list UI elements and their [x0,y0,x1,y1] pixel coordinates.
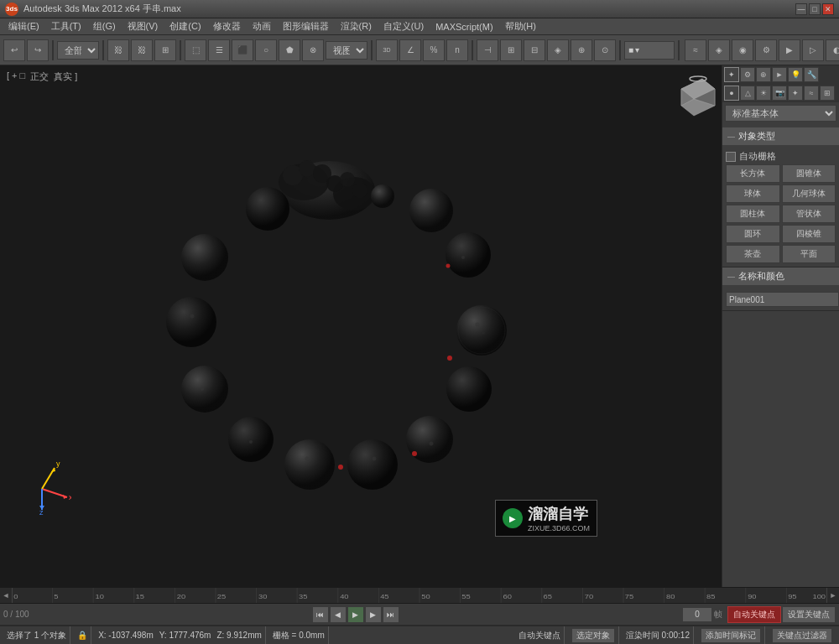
render-viewport-button[interactable]: ▷ [802,39,824,61]
panel-subtab-geometry[interactable]: ● [724,86,739,101]
play-button[interactable]: ▶ [347,606,364,623]
menu-help[interactable]: 帮助(H) [500,18,541,34]
name-color-section: 名称和颜色 [722,267,839,311]
panel-tab-utilities[interactable]: 🔧 [804,67,819,82]
timeline-track[interactable]: 0 5 10 15 20 25 30 35 40 45 50 55 60 [12,588,827,603]
sep4 [371,40,373,60]
select-region-circle[interactable]: ○ [255,39,277,61]
render-setup-button[interactable]: ⚙ [755,39,777,61]
svg-point-46 [305,457,310,461]
align-button[interactable]: ⊞ [500,39,522,61]
panel-subtab-helpers[interactable]: ✦ [788,86,803,101]
prev-frame-button[interactable]: ◀ [330,606,347,623]
add-key-button[interactable]: 添加时间标记 [701,628,761,643]
curve-editor-button[interactable]: ≈ [685,39,706,61]
auto-key-button[interactable]: 自动关键点 [727,606,781,623]
menu-file[interactable]: Autodesk 3ds Max 2012 x64 手串.max [23,3,181,15]
svg-point-25 [340,172,355,187]
next-frame-button[interactable]: ▶ [365,606,382,623]
status-add-key: 添加时间标记 [697,626,765,644]
obj-type-cone[interactable]: 圆锥体 [782,164,836,183]
menu-edit[interactable]: 编辑(E) [3,18,44,34]
select-region-lasso[interactable]: ⊗ [302,39,324,61]
unlink-button[interactable]: ⛓ [131,39,153,61]
menu-view[interactable]: 视图(V) [122,18,164,34]
status-filter: 关键点过滤器 [769,626,836,644]
redo-button[interactable]: ↪ [27,39,49,61]
panel-subtab-spacewarps[interactable]: ≈ [804,86,819,101]
filter-button[interactable]: 关键点过滤器 [772,628,832,643]
auto-grid-checkbox[interactable] [726,152,736,162]
menu-graph-editor[interactable]: 图形编辑器 [278,18,334,34]
place-highlight[interactable]: ◈ [547,39,569,61]
minimize-button[interactable]: — [795,3,807,15]
activeshade-button[interactable]: ◐ [826,39,839,61]
menu-render[interactable]: 渲染(R) [336,18,377,34]
panel-subtab-cameras[interactable]: 📷 [772,86,787,101]
align-view[interactable]: ⊙ [594,39,616,61]
select-object-button[interactable]: ⬚ [185,39,206,61]
snap-toggle[interactable]: 3D [376,39,398,61]
selection-set-dropdown[interactable]: ■▾ [624,41,675,60]
obj-type-sphere[interactable]: 球体 [726,184,780,203]
obj-type-cylinder[interactable]: 圆柱体 [726,205,780,223]
set-key-button[interactable]: 设置关键点 [782,606,836,623]
link-button[interactable]: ⛓ [107,39,129,61]
selected-obj-button[interactable]: 选定对象 [571,628,615,643]
obj-type-pyramid[interactable]: 四棱锥 [782,225,836,243]
menu-create[interactable]: 创建(C) [164,18,206,34]
object-name-input[interactable] [726,292,839,307]
go-to-start-button[interactable]: ⏮ [312,606,329,623]
bind-button[interactable]: ⊞ [154,39,176,61]
menu-group[interactable]: 组(G) [88,18,121,34]
select-name-button[interactable]: ☰ [208,39,230,61]
obj-type-geosphere[interactable]: 几何球体 [782,184,836,203]
title-bar: 3ds Autodesk 3ds Max 2012 x64 手串.max — □… [0,0,839,18]
angle-snap[interactable]: ∠ [399,39,421,61]
obj-type-box[interactable]: 长方体 [726,164,780,183]
obj-type-teapot[interactable]: 茶壶 [726,245,780,263]
percent-snap[interactable]: % [423,39,445,61]
panel-tab-modify[interactable]: ⚙ [740,67,755,82]
menu-maxscript[interactable]: MAXScript(M) [430,20,498,34]
standard-primitives-dropdown[interactable]: 标准基本体 [725,105,836,122]
select-region-fence[interactable]: ⬟ [279,39,300,61]
menu-animation[interactable]: 动画 [248,18,276,34]
obj-type-torus[interactable]: 圆环 [726,225,780,243]
frame-number-input[interactable] [682,607,712,622]
viewport-mode-dropdown[interactable]: 视图 [326,41,367,60]
panel-tab-create[interactable]: ✦ [724,67,739,82]
obj-type-plane[interactable]: 平面 [782,245,836,263]
schematic-view-button[interactable]: ◈ [708,39,730,61]
panel-tab-motion[interactable]: ► [772,67,787,82]
undo-button[interactable]: ↩ [3,39,25,61]
render-button[interactable]: ▶ [779,39,800,61]
select-region-rect[interactable]: ⬛ [232,39,253,61]
timeline-right-btn[interactable]: ► [827,588,839,603]
menu-modifier[interactable]: 修改器 [208,18,246,34]
timeline-expand-btn[interactable]: ◄ [0,588,12,603]
obj-type-tube[interactable]: 管状体 [782,205,836,223]
svg-point-41 [476,323,480,327]
mirror-button[interactable]: ⊣ [477,39,498,61]
panel-tab-display[interactable]: 💡 [788,67,803,82]
go-to-end-button[interactable]: ⏭ [383,606,399,623]
panel-subtab-lights[interactable]: ☀ [756,86,771,101]
spinner-snap[interactable]: n [446,39,468,61]
svg-point-36 [446,366,492,412]
panel-subtab-systems[interactable]: ⊞ [820,86,835,101]
close-button[interactable]: ✕ [822,3,834,15]
panel-subtab-shapes[interactable]: △ [740,86,755,101]
viewport[interactable]: [ + □ 正交 真实 ] x y [0,65,722,587]
menu-customize[interactable]: 自定义(U) [378,18,429,34]
autokey-text: 自动关键点 [519,630,560,641]
panel-tab-hierarchy[interactable]: ⊕ [756,67,771,82]
align-camera[interactable]: ⊕ [571,39,592,61]
svg-point-31 [181,366,228,413]
maximize-button[interactable]: □ [809,3,821,15]
menu-tools[interactable]: 工具(T) [46,18,86,34]
playback-area: 0 / 100 ⏮ ◀ ▶ ▶ ⏭ 帧 自动关键点 设置关键点 [0,604,839,626]
align-normal[interactable]: ⊟ [524,39,545,61]
material-editor-button[interactable]: ◉ [732,39,753,61]
select-filter-dropdown[interactable]: 全部 [57,41,99,60]
